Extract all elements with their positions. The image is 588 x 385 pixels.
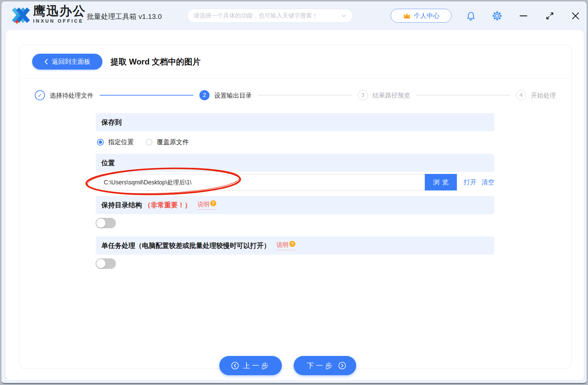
brand-name-en: INXUN OFFICE bbox=[33, 18, 86, 24]
maximize-button[interactable] bbox=[545, 11, 555, 21]
toggle-knob bbox=[96, 219, 105, 228]
chevron-left-icon bbox=[44, 59, 48, 65]
help-link-label: 说明 bbox=[276, 241, 289, 249]
radio-option-overwrite-original[interactable]: 覆盖原文件 bbox=[146, 138, 189, 147]
user-center-button[interactable]: 个人中心 bbox=[391, 9, 451, 23]
single-task-help-link[interactable]: 说明 ? bbox=[276, 241, 295, 250]
app-window: 鹰迅办公 INXUN OFFICE 批量处理工具箱 v1.13.0 个人中心 bbox=[1, 1, 587, 384]
step-1-check-icon: ✓ bbox=[35, 90, 45, 100]
previous-step-label: 上一步 bbox=[243, 361, 270, 370]
app-title: 批量处理工具箱 v1.13.0 bbox=[87, 12, 162, 21]
single-task-toggle[interactable] bbox=[96, 258, 116, 269]
back-button-label: 返回到主面板 bbox=[52, 57, 91, 66]
brand-block: 鹰迅办公 INXUN OFFICE bbox=[33, 4, 86, 24]
crown-icon bbox=[403, 12, 411, 19]
step-2-label: 设置输出目录 bbox=[214, 91, 252, 100]
notifications-bell-icon[interactable] bbox=[466, 11, 476, 21]
save-to-section-header: 保存到 bbox=[96, 113, 494, 131]
wizard-header: 返回到主面板 提取 Word 文档中的图片 bbox=[19, 45, 571, 79]
search-input[interactable] bbox=[194, 12, 341, 19]
location-title: 位置 bbox=[101, 158, 115, 168]
single-task-section-header: 单任务处理（电脑配置较差或批量处理较慢时可以打开） 说明 ? bbox=[96, 236, 494, 255]
question-badge-icon: ? bbox=[210, 200, 216, 206]
output-path-input[interactable] bbox=[99, 174, 425, 190]
close-button[interactable] bbox=[570, 11, 581, 21]
step-1-select-files: ✓ 选择待处理文件 bbox=[35, 90, 94, 100]
minimize-button[interactable] bbox=[518, 11, 529, 21]
single-task-title: 单任务处理（电脑配置较差或批量处理较慢时可以打开） bbox=[101, 241, 270, 250]
next-step-label: 下一步 bbox=[307, 361, 334, 370]
radio-overwrite-label: 覆盖原文件 bbox=[157, 138, 189, 147]
step-connector bbox=[258, 95, 352, 96]
step-1-label: 选择待处理文件 bbox=[50, 91, 94, 100]
wizard-card: 返回到主面板 提取 Word 文档中的图片 ✓ 选择待处理文件 2 设置输出目录… bbox=[19, 45, 572, 369]
step-2-number: 2 bbox=[199, 90, 210, 100]
titlebar: 鹰迅办公 INXUN OFFICE 批量处理工具箱 v1.13.0 个人中心 bbox=[1, 1, 587, 30]
user-center-label: 个人中心 bbox=[414, 11, 440, 20]
clear-path-link[interactable]: 清空 bbox=[482, 174, 494, 190]
form-sections: 保存到 指定位置 覆盖原文件 位置 bbox=[96, 113, 494, 269]
step-3-preview-paths: 3 结果路径预览 bbox=[358, 90, 410, 100]
step-connector bbox=[416, 95, 510, 96]
step-4-label: 开始处理 bbox=[531, 91, 556, 100]
previous-step-button[interactable]: 上一步 bbox=[219, 356, 282, 375]
app-logo-icon bbox=[10, 6, 31, 25]
circle-arrow-left-icon bbox=[231, 361, 239, 370]
radio-specified-label: 指定位置 bbox=[108, 138, 134, 147]
keep-structure-section-header: 保持目录结构 （非常重要！） 说明 ? bbox=[96, 196, 494, 214]
step-2-output-dir: 2 设置输出目录 bbox=[199, 90, 252, 100]
chevron-down-icon bbox=[341, 14, 346, 17]
radio-selected-icon[interactable] bbox=[97, 139, 104, 146]
output-path-row: 浏览 打开 清空 bbox=[99, 174, 494, 190]
step-connector bbox=[100, 95, 194, 96]
browse-button[interactable]: 浏览 bbox=[425, 174, 457, 190]
help-link-label: 说明 bbox=[197, 200, 210, 208]
next-step-button[interactable]: 下一步 bbox=[294, 356, 356, 375]
function-search-combobox[interactable] bbox=[187, 9, 353, 23]
open-folder-link[interactable]: 打开 bbox=[464, 174, 476, 190]
step-4-number: 4 bbox=[516, 90, 526, 100]
keep-structure-title: 保持目录结构 bbox=[101, 201, 142, 210]
brand-name-cn: 鹰迅办公 bbox=[33, 4, 86, 18]
radio-option-specified-location[interactable]: 指定位置 bbox=[97, 138, 134, 147]
page-title: 提取 Word 文档中的图片 bbox=[111, 56, 200, 67]
keep-structure-important-note: （非常重要！） bbox=[144, 201, 191, 210]
step-4-start-processing: 4 开始处理 bbox=[516, 90, 556, 100]
circle-arrow-right-icon bbox=[338, 361, 346, 370]
step-indicator: ✓ 选择待处理文件 2 设置输出目录 3 结果路径预览 4 开始处理 bbox=[19, 90, 571, 100]
location-section-header: 位置 bbox=[96, 154, 494, 172]
step-3-number: 3 bbox=[358, 90, 368, 100]
radio-unselected-icon[interactable] bbox=[146, 139, 152, 146]
keep-structure-help-link[interactable]: 说明 ? bbox=[197, 200, 216, 210]
save-to-title: 保存到 bbox=[101, 118, 122, 127]
question-badge-icon: ? bbox=[289, 241, 295, 247]
back-to-dashboard-button[interactable]: 返回到主面板 bbox=[32, 54, 102, 70]
desktop-backdrop: 鹰迅办公 INXUN OFFICE 批量处理工具箱 v1.13.0 个人中心 bbox=[0, 0, 588, 385]
save-to-radio-group: 指定位置 覆盖原文件 bbox=[97, 138, 494, 146]
step-3-label: 结果路径预览 bbox=[373, 91, 410, 100]
toggle-knob bbox=[96, 259, 105, 268]
keep-structure-toggle[interactable] bbox=[96, 218, 116, 228]
settings-gear-icon[interactable] bbox=[492, 11, 502, 21]
